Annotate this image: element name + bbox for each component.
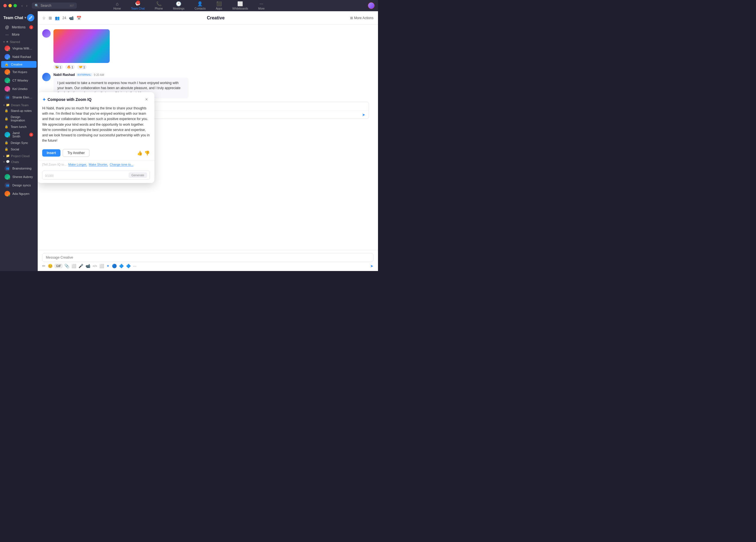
sidebar-item-design-inspiration[interactable]: 🔒 Design Inspiration [1, 114, 37, 123]
reply-send-icon[interactable]: ➤ [362, 113, 365, 117]
nav-more[interactable]: ··· More [256, 1, 267, 11]
tori-label: Tori Kojuro [12, 70, 27, 74]
channel-title: Creative [81, 15, 350, 21]
handshake-emoji: 🤝 [79, 65, 83, 69]
main-layout: Team Chat ▾ @ Mentions 1 ··· More ▾ ★ [0, 11, 378, 271]
sidebar-dropdown-arrow[interactable]: ▾ [24, 16, 26, 20]
input-dropbox-icon[interactable]: 🔷 [119, 264, 124, 268]
apps-icon: ⬛ [216, 1, 222, 6]
modal-close-button[interactable]: × [143, 96, 150, 103]
message-input[interactable] [42, 253, 373, 262]
nav-phone[interactable]: 📞 Phone [152, 1, 165, 11]
sidebar-item-brainstorming[interactable]: 👥 Brainstorming [1, 164, 37, 173]
input-code-icon[interactable]: </> [93, 264, 97, 268]
sidebar-item-ada[interactable]: Ada Nguyen [1, 190, 37, 198]
titlebar: ‹ › 🔍 Search ⌘F ⌂ Home 💬 1 Team Chat 📞 P… [0, 0, 378, 11]
input-send-icon[interactable]: ➤ [370, 264, 373, 268]
nav-apps[interactable]: ⬛ Apps [213, 1, 224, 11]
minimize-button[interactable] [8, 4, 12, 7]
input-whiteboard-icon[interactable]: ⬜ [99, 264, 104, 268]
sidebar-item-design-syncs[interactable]: 👥 Design syncs [1, 181, 37, 190]
nav-whiteboards-label: Whiteboards [232, 7, 248, 10]
input-gif-icon[interactable]: GIF [55, 264, 62, 268]
sidebar-header: Team Chat ▾ [0, 11, 38, 24]
thumb-down-button[interactable]: 👎 [144, 150, 150, 156]
team-chat-badge: 1 [136, 1, 140, 5]
sidebar-item-sheree[interactable]: Sheree Aubrey [1, 173, 37, 181]
more-nav-icon: ··· [260, 1, 263, 6]
change-tone-link[interactable]: Change tone to... [110, 163, 133, 166]
user-avatar[interactable] [368, 2, 375, 9]
sidebar-item-nabil[interactable]: Nabil Rashad [1, 53, 37, 61]
input-screenshot-icon[interactable]: ⬜ [71, 264, 76, 268]
input-format-icon[interactable]: ✏ [42, 264, 46, 268]
brainstorming-avatar: 👥 [5, 166, 10, 171]
search-icon: 🔍 [35, 4, 39, 8]
sidebar-item-team-lunch[interactable]: 🔒 Team lunch [1, 123, 37, 130]
sidebar-item-shante[interactable]: 👥 Shante Elena, Daniel Bow... [1, 93, 37, 102]
sidebar-item-more[interactable]: ··· More [1, 31, 37, 38]
input-mic-icon[interactable]: 🎤 [78, 264, 83, 268]
input-emoji-icon[interactable]: 😊 [48, 264, 53, 268]
nav-meetings[interactable]: 🕐 Meetings [171, 1, 187, 11]
make-shorter-link[interactable]: Make Shorter, [89, 163, 108, 166]
insert-button[interactable]: Insert [42, 149, 60, 157]
nav-whiteboards[interactable]: ⬜ Whiteboards [230, 1, 250, 11]
input-attach-icon[interactable]: 📎 [64, 264, 69, 268]
calendar-icon[interactable]: 📅 [77, 16, 81, 20]
reaction-fire[interactable]: 🔥 1 [65, 65, 75, 69]
input-zoomapps-icon[interactable]: 🔷 [126, 264, 131, 268]
make-longer-link[interactable]: Make Longer, [68, 163, 87, 166]
sidebar-item-social[interactable]: 🔒 Social [1, 146, 37, 152]
thumb-up-button[interactable]: 👍 [137, 150, 143, 156]
dream-team-folder-icon: 📁 [6, 103, 10, 107]
nav-contacts[interactable]: 👤 Contacts [192, 1, 208, 11]
nav-team-chat-label: Team Chat [131, 7, 145, 10]
generate-button[interactable]: Generate [129, 172, 147, 178]
input-gdrive-icon[interactable]: 🔵 [112, 264, 117, 268]
starred-section-header[interactable]: ▾ ★ Starred [0, 38, 38, 44]
input-more-icon[interactable]: ··· [133, 264, 136, 268]
more-label: More [12, 33, 19, 37]
input-ai-icon[interactable]: ✦ [106, 264, 110, 268]
virginia-label: Virginia Willis (You) [12, 47, 33, 50]
more-actions-button[interactable]: ⊞ More Actions [350, 16, 373, 20]
forward-arrow[interactable]: › [25, 3, 29, 8]
input-toolbar: ✏ 😊 GIF 📎 ⬜ 🎤 📹 </> ⬜ ✦ 🔵 🔷 🔷 ··· ➤ [42, 264, 373, 268]
sidebar-item-mentions[interactable]: @ Mentions 1 [1, 24, 37, 31]
input-video-icon[interactable]: 📹 [85, 264, 90, 268]
sidebar-item-virginia[interactable]: Virginia Willis (You) [1, 44, 37, 53]
sidebar-item-ct[interactable]: CT Wiseley [1, 76, 37, 85]
dream-team-section-header[interactable]: ▾ 📁 Dream Team [0, 102, 38, 107]
design-sync-label: Design Sync [11, 141, 28, 145]
messages-area[interactable]: 🐝 1 🔥 1 🤝 1 [38, 25, 378, 250]
reaction-bee[interactable]: 🐝 1 [53, 65, 63, 69]
sidebar-item-design-sync[interactable]: 🔒 Design Sync [1, 140, 37, 146]
nav-team-chat[interactable]: 💬 1 Team Chat [129, 1, 147, 11]
bookmark-icon[interactable]: ☆ [42, 16, 46, 20]
video-call-icon[interactable]: 📹 [69, 16, 74, 20]
reaction-handshake[interactable]: 🤝 1 [77, 65, 87, 69]
kei-label: Kei Umeko [12, 87, 28, 91]
nav-home[interactable]: ⌂ Home [111, 1, 123, 11]
sidebar-item-jamil[interactable]: Jamil Smith 0 [1, 130, 37, 140]
maximize-button[interactable] [13, 4, 17, 7]
sidebar-item-tori[interactable]: Tori Kojuro [1, 68, 37, 76]
compose-button[interactable] [27, 14, 34, 21]
ct-avatar [5, 78, 10, 83]
project-cloud-section-header[interactable]: ▸ 📁 Project Cloud [0, 152, 38, 158]
sidebar-item-creative[interactable]: 🔒 Creative [1, 61, 37, 68]
search-bar[interactable]: 🔍 Search ⌘F [32, 3, 77, 9]
message-input-container: ✏ 😊 GIF 📎 ⬜ 🎤 📹 </> ⬜ ✦ 🔵 🔷 🔷 ··· ➤ [38, 250, 378, 271]
sheree-status [8, 178, 10, 180]
modal-actions: Insert Try Another 👍 👎 [38, 147, 154, 160]
try-another-button[interactable]: Try Another [63, 149, 90, 157]
sidebar-item-kei[interactable]: Kei Umeko [1, 85, 37, 93]
members-icon[interactable]: 👥 [55, 16, 60, 20]
add-channel-icon[interactable]: ⊞ [49, 16, 52, 20]
back-arrow[interactable]: ‹ [20, 3, 24, 8]
standup-lock-icon: 🔒 [5, 109, 8, 113]
close-button[interactable] [3, 4, 7, 7]
sidebar-item-standup[interactable]: 🔒 Stand-up notes [1, 107, 37, 114]
chats-section-header[interactable]: ▾ 💬 Chats [0, 158, 38, 164]
